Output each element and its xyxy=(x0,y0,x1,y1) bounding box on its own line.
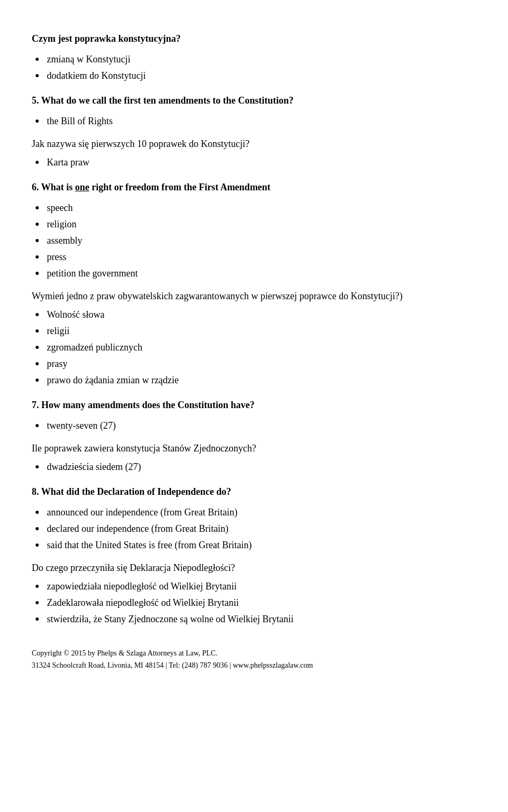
intro-question: Czym jest poprawka konstytucyjna? xyxy=(32,32,476,46)
q6-polish-answer-list: Wolność słowa religii zgromadzeń publicz… xyxy=(32,308,476,387)
q6-question: 6. What is one right or freedom from the… xyxy=(32,180,476,195)
q6-section: 6. What is one right or freedom from the… xyxy=(32,180,476,387)
q8-answer-list: announced our independence (from Great B… xyxy=(32,505,476,552)
q5-answer-list: the Bill of Rights xyxy=(32,114,476,128)
q7-polish-question: Ile poprawek zawiera konstytucja Stanów … xyxy=(32,441,476,456)
q7-question: 7. How many amendments does the Constitu… xyxy=(32,398,476,412)
list-item: religii xyxy=(32,324,476,338)
list-item: Zadeklarowała niepodległość od Wielkiej … xyxy=(32,596,476,610)
list-item: prawo do żądania zmian w rządzie xyxy=(32,373,476,387)
list-item: prasy xyxy=(32,357,476,371)
list-item: stwierdziła, że Stany Zjednoczone są wol… xyxy=(32,612,476,626)
list-item: Wolność słowa xyxy=(32,308,476,322)
list-item: speech xyxy=(32,201,476,215)
list-item: zapowiedziała niepodległość od Wielkiej … xyxy=(32,579,476,594)
q7-section: 7. How many amendments does the Constitu… xyxy=(32,398,476,474)
q6-polish-question: Wymień jedno z praw obywatelskich zagwar… xyxy=(32,289,476,303)
list-item: petition the government xyxy=(32,266,476,281)
footer-line2: 31324 Schoolcraft Road, Livonia, MI 4815… xyxy=(32,660,476,671)
q8-section: 8. What did the Declaration of Independe… xyxy=(32,485,476,626)
list-item: press xyxy=(32,250,476,264)
list-item: zmianą w Konstytucji xyxy=(32,52,476,67)
intro-section: Czym jest poprawka konstytucyjna? zmianą… xyxy=(32,32,476,83)
q8-polish-answer-list: zapowiedziała niepodległość od Wielkiej … xyxy=(32,579,476,626)
list-item: zgromadzeń publicznych xyxy=(32,340,476,355)
list-item: dodatkiem do Konstytucji xyxy=(32,69,476,83)
q7-polish-answer-list: dwadzieścia siedem (27) xyxy=(32,460,476,474)
list-item: the Bill of Rights xyxy=(32,114,476,128)
list-item: dwadzieścia siedem (27) xyxy=(32,460,476,474)
q8-polish-question: Do czego przeczyniła się Deklaracja Niep… xyxy=(32,561,476,575)
list-item: twenty-seven (27) xyxy=(32,419,476,433)
q8-question: 8. What did the Declaration of Independe… xyxy=(32,485,476,499)
list-item: assembly xyxy=(32,234,476,248)
q7-answer-list: twenty-seven (27) xyxy=(32,419,476,433)
q5-polish-question: Jak nazywa się pierwszych 10 poprawek do… xyxy=(32,137,476,151)
intro-bullet-list: zmianą w Konstytucji dodatkiem do Konsty… xyxy=(32,52,476,83)
list-item: announced our independence (from Great B… xyxy=(32,505,476,520)
list-item: said that the United States is free (fro… xyxy=(32,538,476,552)
footer: Copyright © 2015 by Phelps & Szlaga Atto… xyxy=(32,648,476,671)
list-item: Karta praw xyxy=(32,155,476,170)
list-item: religion xyxy=(32,217,476,232)
q5-question: 5. What do we call the first ten amendme… xyxy=(32,94,476,108)
list-item: declared our independence (from Great Br… xyxy=(32,522,476,536)
q5-section: 5. What do we call the first ten amendme… xyxy=(32,94,476,170)
q6-answer-list: speech religion assembly press petition … xyxy=(32,201,476,281)
q5-polish-answer-list: Karta praw xyxy=(32,155,476,170)
footer-line1: Copyright © 2015 by Phelps & Szlaga Atto… xyxy=(32,648,476,659)
